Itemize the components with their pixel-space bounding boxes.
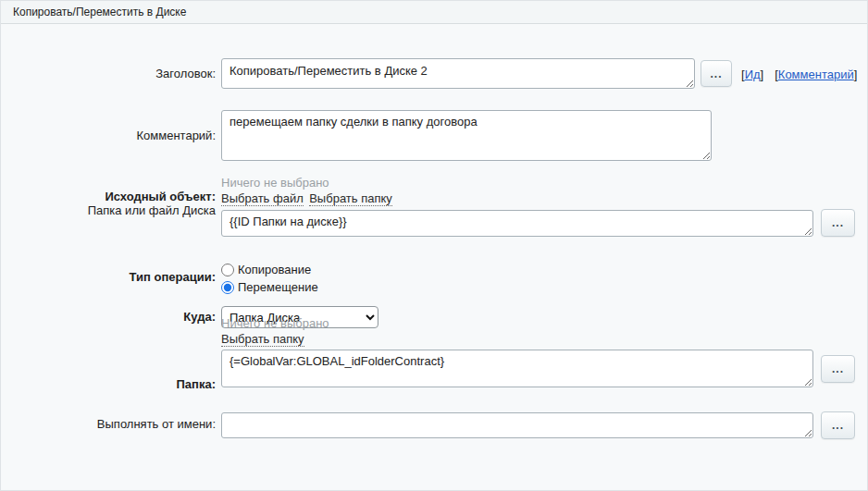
title-input[interactable]: Копировать/Переместить в Диске 2 [221,58,695,89]
operation-label: Тип операции: [1,261,216,284]
radio-option-copy[interactable]: Копирование [221,261,867,278]
title-label: Заголовок: [1,58,216,80]
choose-folder-link[interactable]: Выбрать папку [309,191,392,206]
folder-label: Папка: [1,347,216,391]
source-label-main: Исходный объект: [105,190,216,203]
comment-input[interactable]: перемещаем папку сделки в папку договора [221,110,712,161]
run-as-more-button[interactable]: ... [821,411,855,439]
choose-file-link[interactable]: Выбрать файл [221,191,304,206]
source-object-input[interactable]: {{ID Папки на диске}} [221,210,813,237]
row-title: Заголовок: Копировать/Переместить в Диск… [1,58,867,89]
choose-folder-link[interactable]: Выбрать папку [221,332,304,347]
copy-radio-label: Копирование [238,263,311,276]
row-source-object: Исходный объект: Папка или файл Диска Ни… [1,176,867,237]
radio-option-move[interactable]: Перемещение [221,278,867,296]
source-more-button[interactable]: ... [821,209,855,237]
id-link[interactable]: Ид [745,68,761,81]
activity-settings-window: Копировать/Переместить в Диске Заголовок… [0,0,868,491]
comment-link[interactable]: Комментарий [778,68,854,81]
comment-link-group: [Комментарий] [775,66,857,82]
bracket: ] [761,68,764,81]
copy-radio[interactable] [221,264,234,276]
bracket: ] [854,68,858,81]
title-more-button[interactable]: ... [701,60,732,87]
settings-form: Заголовок: Копировать/Переместить в Диск… [1,24,867,439]
move-radio[interactable] [221,281,234,294]
row-run-as: Выполнять от имени: ... [1,411,867,439]
row-operation-type: Тип операции: Копирование Перемещение [1,261,867,296]
row-folder: Папка: Ничего не выбрано Выбрать папку {… [1,347,867,391]
window-title: Копировать/Переместить в Диске [13,6,186,18]
id-link-group: [Ид] [741,66,763,82]
folder-input[interactable]: {=GlobalVar:GLOBAL_idFolderContract} [221,350,813,387]
run-as-label: Выполнять от имени: [1,411,216,431]
row-comment: Комментарий: перемещаем папку сделки в п… [1,110,867,161]
source-label-sub: Папка или файл Диска [88,203,216,217]
destination-label: Куда: [1,306,216,324]
source-label: Исходный объект: Папка или файл Диска [1,176,216,217]
source-nothing-selected: Ничего не выбрано [221,176,867,190]
run-as-input[interactable] [221,412,813,438]
folder-nothing-selected: Ничего не выбрано [221,316,867,330]
comment-label: Комментарий: [1,110,216,142]
move-radio-label: Перемещение [238,280,318,294]
folder-more-button[interactable]: ... [821,355,855,383]
window-titlebar: Копировать/Переместить в Диске [1,1,867,24]
